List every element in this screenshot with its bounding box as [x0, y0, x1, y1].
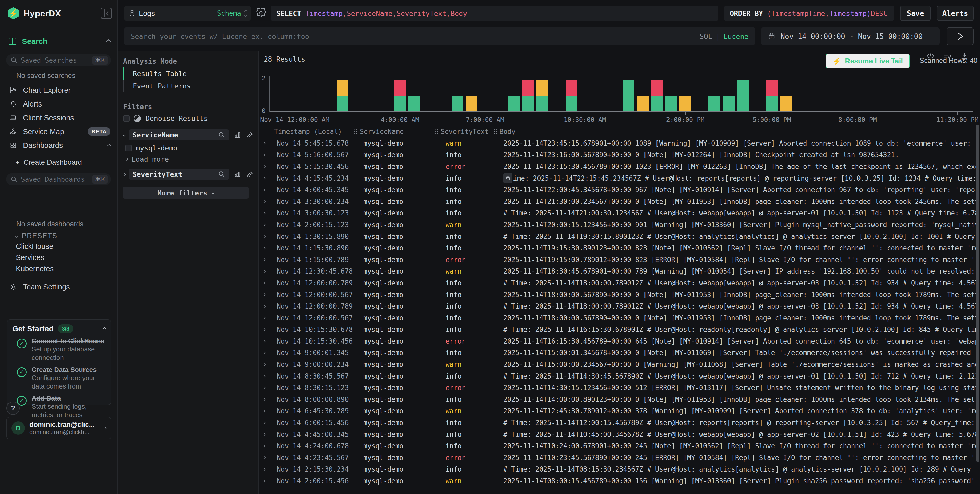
table-row[interactable]: Nov 14 1:30:15.890 PMmysql-demoinfo# Tim… [259, 231, 977, 242]
row-expand-chevron[interactable] [263, 363, 271, 366]
search-input[interactable] [131, 32, 700, 40]
preset-item-kubernetes[interactable]: Kubernetes [16, 265, 54, 273]
sidebar-item-chart-explorer[interactable]: Chart Explorer [0, 83, 118, 97]
row-expand-chevron[interactable] [263, 456, 271, 459]
chevron-up-icon[interactable] [106, 39, 111, 44]
chevron-up-icon[interactable] [108, 144, 111, 147]
table-row[interactable]: Nov 14 2:15:30.234 AMmysql-demoinfo# Tim… [259, 464, 977, 475]
table-row[interactable]: Nov 14 4:45:00.345 AMmysql-demoinfo# Tim… [259, 429, 977, 440]
table-row[interactable]: Nov 14 10:15:30.678 AMmysql-demoinfo# Ti… [259, 324, 977, 336]
histogram-bar[interactable] [522, 80, 534, 112]
histogram-bar[interactable] [708, 96, 720, 112]
run-query-button[interactable] [947, 27, 974, 45]
denoise-checkbox[interactable] [123, 115, 130, 122]
table-row[interactable]: Nov 14 6:45:30.789 AMmysql-demowarn2025-… [259, 405, 977, 417]
histogram-bar[interactable] [780, 96, 792, 112]
denoise-results-row[interactable]: Denoise Results [123, 115, 253, 122]
pin-icon[interactable] [246, 131, 253, 139]
table-row[interactable]: Nov 14 1:15:00.789 PMmysql-demoerror2025… [259, 254, 977, 266]
sql-toggle[interactable]: SQL [700, 32, 712, 40]
table-row[interactable]: Nov 14 12:00:00.567 PMmysql-demoinfo2025… [259, 312, 977, 324]
row-expand-chevron[interactable] [263, 422, 271, 424]
user-menu[interactable]: D dominic.tran@clic... dominic.tran@clic… [6, 417, 111, 439]
sidebar-collapse-icon[interactable] [100, 8, 112, 19]
help-button[interactable]: ? [6, 402, 20, 415]
copy-icon[interactable] [503, 173, 512, 183]
row-expand-chevron[interactable] [263, 293, 271, 296]
event-search-box[interactable]: SQL | Lucene [124, 27, 755, 45]
chart-facet-icon[interactable] [234, 171, 241, 178]
table-row[interactable]: Nov 14 1:15:30.890 PMmysql-demoinfo2025-… [259, 242, 977, 254]
table-row[interactable]: Nov 14 6:00:15.456 AMmysql-demoinfo# Tim… [259, 417, 977, 429]
save-button[interactable]: Save [900, 6, 931, 21]
row-expand-chevron[interactable] [263, 189, 271, 191]
table-row[interactable]: Nov 14 12:00:00.567 PMmysql-demoinfo2025… [259, 289, 977, 301]
row-expand-chevron[interactable] [263, 270, 271, 272]
sidebar-item-service-map[interactable]: Service Map BETA [0, 125, 118, 139]
row-expand-chevron[interactable] [263, 375, 271, 377]
row-expand-chevron[interactable] [263, 212, 271, 214]
histogram-bar[interactable] [394, 80, 406, 112]
row-expand-chevron[interactable] [263, 305, 271, 308]
servicename-value-row[interactable]: mysql-demo [123, 144, 253, 152]
table-row[interactable]: Nov 14 4:23:45.567 AMmysql-demoerror2025… [259, 452, 977, 464]
row-expand-chevron[interactable] [263, 468, 271, 470]
row-expand-chevron[interactable] [263, 480, 271, 482]
get-started-step[interactable]: ✓ Add Data Start sending logs, metrics, … [12, 394, 106, 419]
chevron-up-icon[interactable] [103, 327, 106, 330]
row-expand-chevron[interactable] [263, 223, 271, 226]
row-expand-chevron[interactable] [263, 142, 271, 144]
mode-event-patterns[interactable]: Event Patterns [123, 80, 253, 92]
mode-results-table[interactable]: Results Table [123, 67, 253, 80]
scrollbar[interactable] [976, 125, 979, 462]
severitytext-search-pill[interactable]: SeverityText [129, 169, 229, 180]
get-started-step[interactable]: ✓ Create Data Sources Configure where yo… [12, 366, 106, 390]
row-expand-chevron[interactable] [263, 177, 271, 179]
sidebar-item-team-settings[interactable]: Team Settings [0, 280, 118, 294]
table-row[interactable]: Nov 14 5:15:30.456 PMmysql-demoerror2025… [259, 161, 977, 172]
histogram-bar[interactable] [637, 96, 649, 112]
histogram-bar[interactable] [679, 96, 691, 112]
row-expand-chevron[interactable] [263, 445, 271, 447]
column-header-servicename[interactable]: ServiceName [355, 128, 435, 135]
table-row[interactable]: Nov 14 5:16:00.567 PMmysql-demoinfo2025-… [259, 149, 977, 161]
drag-handle-icon[interactable] [435, 129, 438, 134]
row-expand-chevron[interactable] [263, 200, 271, 202]
histogram-bar[interactable] [566, 80, 578, 112]
select-clause-input[interactable]: SELECTTimestamp,ServiceName,SeverityText… [270, 6, 718, 21]
source-select[interactable]: Logs Schema [124, 6, 251, 21]
drag-handle-icon[interactable] [494, 129, 497, 134]
wrap-lines-icon[interactable] [943, 53, 952, 59]
saved-searches-input[interactable]: Saved Searches ⌘K [6, 54, 111, 66]
table-row[interactable]: Nov 14 3:00:30.123 PMmysql-demoinfo# Tim… [259, 207, 977, 219]
table-row[interactable]: Nov 14 9:00:00.234 AMmysql-demowarn2025-… [259, 359, 977, 370]
table-row[interactable]: Nov 14 4:00:45.345 PMmysql-demoinfo2025-… [259, 184, 977, 196]
download-icon[interactable] [961, 52, 968, 60]
chart-facet-icon[interactable] [234, 131, 241, 139]
column-header-severitytext[interactable]: SeverityText [435, 128, 494, 135]
source-settings-button[interactable] [256, 8, 266, 19]
saved-dashboards-input[interactable]: Saved Dashboards ⌘K [6, 173, 111, 185]
row-expand-chevron[interactable] [263, 340, 271, 342]
table-row[interactable]: Nov 14 4:15:45.234 PMmysql-demoinfoime: … [259, 172, 977, 184]
histogram-bar[interactable] [452, 96, 463, 112]
row-expand-chevron[interactable] [263, 328, 271, 331]
histogram-bar[interactable] [766, 80, 778, 112]
chevron-right-icon[interactable] [123, 173, 126, 176]
sidebar-item-search[interactable]: Search [9, 36, 110, 47]
row-expand-chevron[interactable] [263, 258, 271, 261]
chevron-down-icon[interactable] [123, 133, 126, 137]
get-started-step[interactable]: ✓ Connect to ClickHouse Set up your data… [12, 337, 106, 362]
order-by-input[interactable]: ORDER BY(TimestampTime, Timestamp) DESC [724, 6, 894, 21]
alerts-button[interactable]: Alerts [937, 6, 974, 21]
histogram-bar[interactable] [622, 80, 634, 112]
lucene-toggle[interactable]: Lucene [723, 32, 748, 40]
code-icon[interactable] [926, 53, 935, 59]
table-row[interactable]: Nov 14 10:15:30.456 AMmysql-demoerror202… [259, 335, 977, 347]
histogram-bar[interactable] [737, 80, 749, 112]
table-row[interactable]: Nov 14 5:45:15.678 PMmysql-demowarn2025-… [259, 137, 977, 149]
row-expand-chevron[interactable] [263, 317, 271, 319]
row-expand-chevron[interactable] [263, 235, 271, 237]
column-header-timestamp[interactable]: Timestamp (Local) [274, 128, 355, 135]
table-row[interactable]: Nov 14 8:30:15.123 AMmysql-demoerror2025… [259, 382, 977, 394]
